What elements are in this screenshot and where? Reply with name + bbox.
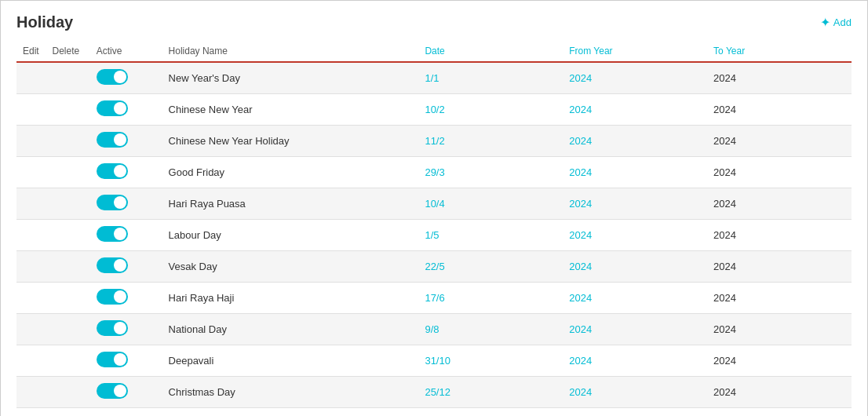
col-date: Date <box>418 41 563 62</box>
delete-cell <box>46 283 89 314</box>
delete-cell <box>46 62 89 94</box>
toggle-switch[interactable] <box>97 69 128 85</box>
table-row: Chinese New Year10/220242024 <box>16 94 852 126</box>
toggle-thumb <box>114 290 126 303</box>
to-year: 2024 <box>707 283 852 314</box>
to-year: 2024 <box>707 62 852 94</box>
table-row: Christmas Day25/1220242024 <box>16 377 852 408</box>
table-row: National Day9/820242024 <box>16 314 852 345</box>
to-year: 2024 <box>707 251 852 283</box>
holiday-date: 9/8 <box>418 314 563 345</box>
active-cell[interactable] <box>90 220 162 251</box>
toggle-thumb <box>114 71 126 83</box>
toggle-switch[interactable] <box>97 132 128 148</box>
holiday-date: 31/10 <box>418 345 563 377</box>
to-year: 2024 <box>707 314 852 345</box>
toggle-switch[interactable] <box>97 320 128 336</box>
col-edit: Edit <box>16 41 46 62</box>
holiday-name: Hari Raya Haji <box>162 283 419 314</box>
add-label: Add <box>833 16 852 28</box>
to-year: 2024 <box>707 157 852 188</box>
holiday-name: Christmas Day <box>162 377 419 408</box>
delete-cell <box>46 314 89 345</box>
edit-cell <box>16 188 46 220</box>
toggle-switch[interactable] <box>97 163 128 179</box>
toggle-thumb <box>114 322 126 334</box>
active-cell[interactable] <box>90 188 162 220</box>
holiday-name: Labour Day <box>162 220 419 251</box>
toggle-switch[interactable] <box>97 289 128 305</box>
holiday-name: New Year's Day <box>162 62 419 94</box>
from-year: 2024 <box>563 251 707 283</box>
holiday-name: Deepavali <box>162 345 419 377</box>
active-cell[interactable] <box>90 62 162 94</box>
toggle-switch[interactable] <box>97 100 128 116</box>
from-year: 2024 <box>563 62 707 94</box>
edit-cell <box>16 220 46 251</box>
toggle-switch[interactable] <box>97 195 128 210</box>
table-body: New Year's Day1/120242024 Chinese New Ye… <box>16 62 852 408</box>
holiday-table: Edit Delete Active Holiday Name Date Fro… <box>16 41 852 408</box>
table-header: Edit Delete Active Holiday Name Date Fro… <box>16 41 852 62</box>
edit-cell <box>16 251 46 283</box>
delete-cell <box>46 126 89 157</box>
delete-cell <box>46 188 89 220</box>
edit-cell <box>16 62 46 94</box>
from-year: 2024 <box>563 94 707 126</box>
plus-icon: ✦ <box>820 15 830 30</box>
toggle-switch[interactable] <box>97 226 128 242</box>
table-row: Hari Raya Haji17/620242024 <box>16 283 852 314</box>
col-name: Holiday Name <box>162 41 419 62</box>
edit-cell <box>16 157 46 188</box>
col-to-year: To Year <box>707 41 852 62</box>
page-header: Holiday ✦ Add <box>16 13 852 31</box>
holiday-name: Vesak Day <box>162 251 419 283</box>
active-cell[interactable] <box>90 157 162 188</box>
table-row: Hari Raya Puasa10/420242024 <box>16 188 852 220</box>
page-title: Holiday <box>16 13 73 31</box>
from-year: 2024 <box>563 345 707 377</box>
active-cell[interactable] <box>90 283 162 314</box>
holiday-page: Holiday ✦ Add Edit Delete Active Holiday… <box>0 0 868 416</box>
col-from-year: From Year <box>563 41 707 62</box>
holiday-date: 25/12 <box>418 377 563 408</box>
edit-cell <box>16 94 46 126</box>
toggle-switch[interactable] <box>97 383 128 399</box>
col-active: Active <box>90 41 162 62</box>
delete-cell <box>46 94 89 126</box>
holiday-date: 1/1 <box>418 62 563 94</box>
table-row: Chinese New Year Holiday11/220242024 <box>16 126 852 157</box>
holiday-name: Good Friday <box>162 157 419 188</box>
from-year: 2024 <box>563 220 707 251</box>
to-year: 2024 <box>707 377 852 408</box>
active-cell[interactable] <box>90 251 162 283</box>
toggle-thumb <box>114 353 126 366</box>
delete-cell <box>46 345 89 377</box>
toggle-thumb <box>114 385 126 397</box>
from-year: 2024 <box>563 188 707 220</box>
to-year: 2024 <box>707 188 852 220</box>
table-row: Deepavali31/1020242024 <box>16 345 852 377</box>
delete-cell <box>46 220 89 251</box>
active-cell[interactable] <box>90 345 162 377</box>
holiday-name: Chinese New Year <box>162 94 419 126</box>
toggle-switch[interactable] <box>97 257 128 273</box>
active-cell[interactable] <box>90 314 162 345</box>
from-year: 2024 <box>563 283 707 314</box>
holiday-date: 11/2 <box>418 126 563 157</box>
toggle-switch[interactable] <box>97 352 128 367</box>
to-year: 2024 <box>707 345 852 377</box>
holiday-date: 22/5 <box>418 251 563 283</box>
delete-cell <box>46 251 89 283</box>
active-cell[interactable] <box>90 126 162 157</box>
from-year: 2024 <box>563 377 707 408</box>
edit-cell <box>16 283 46 314</box>
table-row: Vesak Day22/520242024 <box>16 251 852 283</box>
add-button[interactable]: ✦ Add <box>820 15 852 30</box>
holiday-name: Hari Raya Puasa <box>162 188 419 220</box>
active-cell[interactable] <box>90 94 162 126</box>
active-cell[interactable] <box>90 377 162 408</box>
delete-cell <box>46 377 89 408</box>
toggle-thumb <box>114 165 126 177</box>
edit-cell <box>16 314 46 345</box>
